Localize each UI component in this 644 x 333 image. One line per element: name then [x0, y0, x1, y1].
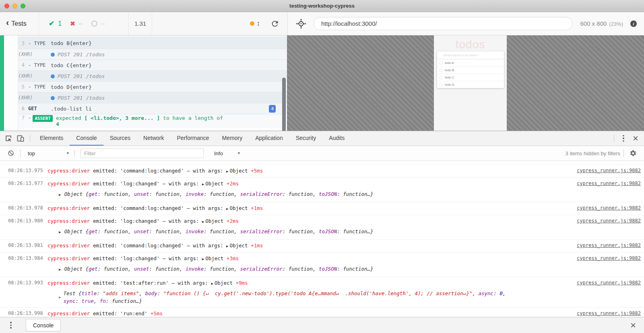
console-token: :: [157, 290, 163, 296]
console-token: unset: [134, 228, 149, 234]
devtools-tabs: ElementsConsoleSourcesNetworkPerformance…: [33, 131, 351, 146]
console-token: : function,: [98, 266, 134, 272]
close-icon: ×: [630, 321, 636, 330]
source-location-link[interactable]: cypress_runner.js:9882: [577, 308, 641, 317]
log-level-value: Info: [214, 150, 223, 156]
console-token: "adds items": [103, 290, 139, 296]
log-message: cypress:driver emitted: 'log:changed' – …: [47, 253, 572, 265]
inspect-element-button[interactable]: [2, 132, 14, 144]
close-drawer-button[interactable]: ×: [627, 319, 639, 331]
clipped-console-row: [0, 161, 644, 165]
expand-arrow-icon[interactable]: ▶: [59, 294, 61, 301]
source-location-link[interactable]: cypress_runner.js:9882: [577, 277, 641, 289]
source-location-link[interactable]: cypress_runner.js:9882: [577, 253, 641, 264]
tab-performance[interactable]: Performance: [170, 131, 215, 146]
tab-elements[interactable]: Elements: [33, 131, 70, 146]
tab-sources[interactable]: Sources: [103, 131, 137, 146]
tab-memory[interactable]: Memory: [216, 131, 249, 146]
todo-list-item[interactable]: todo C: [437, 74, 504, 81]
close-devtools-button[interactable]: ×: [630, 132, 642, 144]
console-settings-button[interactable]: [627, 147, 639, 159]
command-row[interactable]: (XHR)POST 201 /todos: [18, 70, 287, 81]
todo-toggle-icon[interactable]: [439, 68, 443, 72]
source-location-link[interactable]: cypress_runner.js:9882: [577, 240, 641, 251]
scrollbar-thumb[interactable]: [282, 78, 286, 131]
console-token[interactable]: ▶: [202, 220, 205, 224]
assert-badge: ASSERT: [33, 115, 53, 122]
todo-toggle-icon[interactable]: [439, 76, 443, 79]
console-token[interactable]: ▶: [59, 193, 64, 197]
source-location-link[interactable]: cypress_runner.js:9882: [577, 202, 641, 214]
console-token[interactable]: ▶: [59, 267, 64, 271]
command-row[interactable]: 4- TYPEtodo C{enter}: [18, 60, 287, 70]
command-name: GET: [28, 106, 51, 111]
command-row[interactable]: 3- TYPEtodo B{enter}: [18, 38, 287, 49]
console-token: :: [106, 298, 112, 304]
console-token: "function () {↵ cy.get('.new-todo').type…: [163, 290, 473, 296]
url-input[interactable]: [314, 17, 573, 30]
log-level-select[interactable]: Info ▼: [206, 150, 245, 156]
back-to-tests-button[interactable]: ‹ Tests: [0, 12, 39, 35]
console-token[interactable]: ▶: [211, 282, 214, 286]
log-timestamp: 08:26:13.981: [8, 240, 47, 251]
crosshair-icon: [296, 18, 306, 29]
xhr-message-text: POST 201 /todos: [58, 95, 105, 101]
tab-application[interactable]: Application: [249, 131, 289, 146]
console-token: ,: [94, 298, 100, 304]
console-token: unset: [134, 266, 149, 272]
command-row[interactable]: (XHR)POST 201 /todos: [18, 49, 287, 60]
console-token: get: [89, 266, 98, 272]
command-row[interactable]: (XHR)POST 201 /todos: [18, 92, 287, 103]
clear-console-button[interactable]: [5, 147, 17, 159]
console-token: emitted: 'run:end': [90, 310, 147, 317]
console-entry-main: 08:26:13.980cypress:driver emitted: 'log…: [0, 215, 644, 228]
tab-console[interactable]: Console: [70, 131, 103, 146]
minimize-window-button[interactable]: [12, 4, 17, 8]
divider: [623, 150, 624, 157]
tab-audits[interactable]: Audits: [322, 131, 351, 146]
resize-arrows-icon: ↕: [257, 20, 260, 28]
tab-security[interactable]: Security: [289, 131, 323, 146]
console-token: serializeError: [240, 191, 282, 197]
source-location-link[interactable]: cypress_runner.js:9882: [577, 165, 641, 177]
context-select[interactable]: top ▼: [24, 150, 71, 156]
new-todo-input[interactable]: What needs to be done?: [437, 51, 504, 59]
console-token[interactable]: ▶: [202, 182, 205, 186]
test-preview-line: sync: true, fn: function…}: [63, 297, 506, 305]
todo-list-item[interactable]: todo D: [437, 81, 504, 88]
close-window-button[interactable]: [4, 4, 9, 8]
selector-playground-button[interactable]: [296, 18, 306, 29]
drawer-menu-button[interactable]: [5, 319, 17, 331]
source-location-link[interactable]: cypress_runner.js:9882: [577, 178, 641, 189]
info-icon[interactable]: i: [630, 21, 637, 27]
console-token[interactable]: ▶: [59, 230, 64, 234]
pending-circle-icon: [91, 21, 97, 27]
tab-network[interactable]: Network: [137, 131, 170, 146]
drawer-tab-console[interactable]: Console: [26, 319, 61, 331]
viewport-scale-indicator[interactable]: ↕: [250, 20, 260, 28]
todo-toggle-icon[interactable]: [439, 83, 443, 86]
devtools-menu-button[interactable]: [617, 132, 630, 144]
console-token: : function…}: [337, 228, 373, 234]
todo-list-item[interactable]: todo B: [437, 66, 504, 74]
block-icon: [8, 150, 14, 156]
reload-button[interactable]: [270, 19, 279, 28]
console-token[interactable]: ▶: [202, 257, 205, 261]
todo-list-item[interactable]: todo A: [437, 59, 504, 66]
command-row[interactable]: 6GET.todo-list li4: [18, 103, 287, 114]
divider: [20, 150, 21, 157]
console-filter-input[interactable]: [80, 148, 204, 158]
console-token: true: [82, 298, 94, 304]
command-row[interactable]: 5- TYPEtodo D{enter}: [18, 81, 287, 92]
command-row[interactable]: 7-ASSERTexpected [ <li.todo>, 3 more... …: [18, 114, 287, 128]
console-token: : function,: [98, 191, 134, 197]
device-toolbar-button[interactable]: [14, 132, 27, 144]
source-location-link[interactable]: cypress_runner.js:9882: [577, 215, 641, 227]
zoom-window-button[interactable]: [21, 4, 25, 8]
console-entry: 08:26:13.998cypress:driver emitted: 'run…: [0, 308, 644, 317]
close-icon: ×: [633, 134, 638, 143]
gear-icon: [630, 150, 637, 157]
todo-toggle-icon[interactable]: [439, 61, 443, 65]
console-token: – with args:: [184, 168, 226, 174]
assert-dash: -: [28, 115, 31, 121]
